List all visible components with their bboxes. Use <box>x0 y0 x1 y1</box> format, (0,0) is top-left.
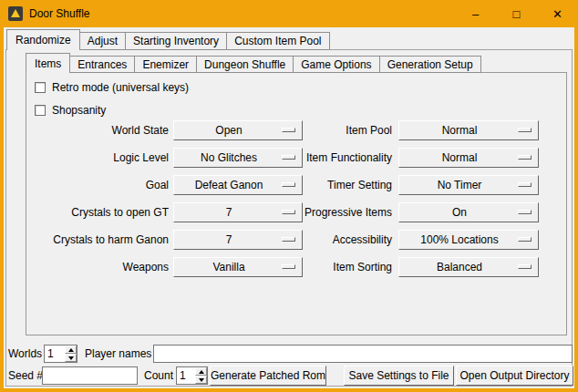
save-settings-button[interactable]: Save Settings to File <box>344 366 454 386</box>
arrow-up-icon <box>68 348 74 352</box>
tab-custom-item-pool[interactable]: Custom Item Pool <box>226 32 329 50</box>
maximize-button[interactable]: □ <box>496 0 537 27</box>
crystals-ganon-label: Crystals to harm Ganon <box>36 230 169 250</box>
crystals-gt-label: Crystals to open GT <box>36 202 169 222</box>
seed-input[interactable] <box>42 366 138 385</box>
item-functionality-dropdown[interactable]: Normal <box>398 148 539 168</box>
tab-adjust[interactable]: Adjust <box>79 32 126 50</box>
accessibility-label: Accessibility <box>278 230 392 250</box>
item-pool-dropdown[interactable]: Normal <box>398 120 539 140</box>
logic-level-value: No Glitches <box>201 151 275 164</box>
worlds-spinbox[interactable]: 1 <box>44 345 77 363</box>
tab-entrances[interactable]: Entrances <box>69 56 135 73</box>
retro-mode-checkbox[interactable] <box>35 82 46 93</box>
close-icon: ✕ <box>552 7 563 21</box>
item-sorting-value: Balanced <box>437 261 501 273</box>
progressive-items-dropdown[interactable]: On <box>398 202 539 222</box>
player-names-input[interactable] <box>153 345 573 363</box>
shopsanity-checkbox-row[interactable]: Shopsanity <box>35 104 106 117</box>
arrow-up-icon <box>199 370 204 374</box>
spin-down-button[interactable] <box>195 376 207 384</box>
retro-mode-checkbox-row[interactable]: Retro mode (universal keys) <box>35 81 189 94</box>
item-pool-label: Item Pool <box>278 120 392 140</box>
tab-enemizer[interactable]: Enemizer <box>134 56 197 73</box>
window-title: Door Shuffle <box>29 7 455 20</box>
count-value: 1 <box>180 367 186 384</box>
progressive-items-label: Progressive Items <box>278 202 392 222</box>
dropdown-indicator-icon <box>518 182 532 187</box>
count-spin-buttons <box>195 367 207 384</box>
accessibility-dropdown[interactable]: 100% Locations <box>398 230 539 250</box>
timer-setting-value: No Timer <box>438 179 501 191</box>
spin-up-button[interactable] <box>65 346 77 354</box>
item-pool-value: Normal <box>442 124 496 137</box>
open-output-directory-button[interactable]: Open Output Directory <box>456 366 573 386</box>
minimize-button[interactable]: – <box>455 0 496 27</box>
close-button[interactable]: ✕ <box>537 0 578 27</box>
dropdown-indicator-icon <box>518 128 532 132</box>
world-state-value: Open <box>215 124 260 137</box>
dropdown-indicator-icon <box>518 155 532 160</box>
item-sorting-dropdown[interactable]: Balanced <box>398 257 539 277</box>
goal-value: Defeat Ganon <box>195 179 282 191</box>
tab-dungeon-shuffle[interactable]: Dungeon Shuffle <box>196 56 294 73</box>
titlebar: Door Shuffle – □ ✕ <box>0 0 578 27</box>
generate-patched-rom-button[interactable]: Generate Patched Rom <box>210 366 326 386</box>
shopsanity-checkbox[interactable] <box>35 105 46 116</box>
progressive-items-value: On <box>452 206 485 219</box>
tab-randomize[interactable]: Randomize <box>6 29 80 50</box>
seed-label: Seed # <box>8 366 43 385</box>
tab-game-options[interactable]: Game Options <box>293 56 379 73</box>
timer-setting-dropdown[interactable]: No Timer <box>398 175 539 195</box>
spin-down-button[interactable] <box>65 354 77 362</box>
item-functionality-label: Item Functionality <box>278 148 392 168</box>
spin-up-button[interactable] <box>195 367 207 376</box>
player-names-label: Player names <box>85 345 151 363</box>
tab-starting-inventory[interactable]: Starting Inventory <box>125 32 227 50</box>
crystals-ganon-value: 7 <box>226 233 251 246</box>
dropdown-indicator-icon <box>518 210 532 214</box>
goal-label: Goal <box>36 175 169 195</box>
tab-items[interactable]: Items <box>26 53 70 73</box>
arrow-down-icon <box>68 356 74 360</box>
app-icon <box>8 6 23 21</box>
retro-mode-label: Retro mode (universal keys) <box>52 81 189 94</box>
worlds-label: Worlds <box>8 345 42 363</box>
timer-setting-label: Timer Setting <box>278 175 392 195</box>
dropdown-indicator-icon <box>518 237 532 242</box>
count-label: Count <box>144 366 173 385</box>
worlds-value: 1 <box>47 346 54 362</box>
world-state-label: World State <box>36 120 169 140</box>
shopsanity-label: Shopsanity <box>52 104 106 117</box>
accessibility-value: 100% Locations <box>420 233 516 246</box>
secondary-tab-bar: Items Entrances Enemizer Dungeon Shuffle… <box>26 53 481 73</box>
app-window: Door Shuffle – □ ✕ Randomize Adjust Star… <box>0 0 578 392</box>
weapons-label: Weapons <box>36 257 169 277</box>
item-functionality-value: Normal <box>442 151 496 164</box>
tab-generation-setup[interactable]: Generation Setup <box>379 56 481 73</box>
crystals-gt-value: 7 <box>226 206 251 219</box>
dropdown-indicator-icon <box>518 264 532 269</box>
item-sorting-label: Item Sorting <box>278 257 392 277</box>
count-spinbox[interactable]: 1 <box>176 366 208 385</box>
maximize-icon: □ <box>513 7 521 21</box>
minimize-icon: – <box>472 7 479 21</box>
primary-tab-bar: Randomize Adjust Starting Inventory Cust… <box>6 29 330 50</box>
worlds-spin-buttons <box>65 346 77 362</box>
weapons-value: Vanilla <box>212 261 263 273</box>
logic-level-label: Logic Level <box>36 148 169 168</box>
arrow-down-icon <box>199 378 204 382</box>
